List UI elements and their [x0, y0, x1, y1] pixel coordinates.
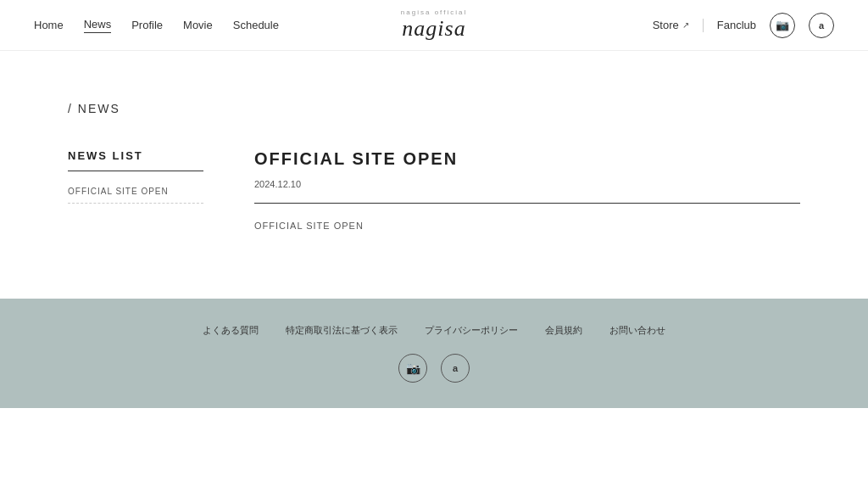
sidebar-title: NEWS LIST: [68, 149, 203, 171]
nav-left: Home News Profile Movie Schedule: [34, 18, 279, 33]
external-link-icon: ↗: [682, 20, 689, 30]
amazon-icon-footer[interactable]: a: [441, 354, 470, 383]
footer-icons: 📷 a: [34, 354, 834, 383]
article: OFFICIAL SITE OPEN 2024.12.10 OFFICIAL S…: [254, 149, 800, 231]
section-title: / NEWS: [68, 102, 800, 115]
nav-movie[interactable]: Movie: [183, 19, 213, 31]
footer-link-terms[interactable]: 会員規約: [545, 324, 582, 337]
nav-home[interactable]: Home: [34, 19, 64, 31]
nav-right: Store ↗ Fanclub 📷 a: [653, 13, 834, 38]
footer-link-faq[interactable]: よくある質問: [203, 324, 259, 337]
footer-link-legal[interactable]: 特定商取引法に基づく表示: [286, 324, 398, 337]
logo-small: nagisa official: [401, 8, 467, 16]
article-title: OFFICIAL SITE OPEN: [254, 149, 800, 169]
nav-schedule[interactable]: Schedule: [233, 19, 279, 31]
section-heading: / NEWS: [0, 102, 868, 115]
footer-links: よくある質問 特定商取引法に基づく表示 プライバシーポリシー 会員規約 お問い合…: [34, 324, 834, 337]
logo: nagisa official nagisa: [401, 8, 467, 42]
main-content: / NEWS NEWS LIST OFFICIAL SITE OPEN OFFI…: [0, 51, 868, 299]
footer-link-privacy[interactable]: プライバシーポリシー: [425, 324, 518, 337]
content-area: NEWS LIST OFFICIAL SITE OPEN OFFICIAL SI…: [0, 149, 868, 231]
nav-store[interactable]: Store ↗: [653, 19, 689, 31]
footer: よくある質問 特定商取引法に基づく表示 プライバシーポリシー 会員規約 お問い合…: [0, 299, 868, 408]
amazon-icon-header[interactable]: a: [809, 13, 834, 38]
nav-news[interactable]: News: [84, 18, 112, 33]
sidebar-item-news-1[interactable]: OFFICIAL SITE OPEN: [68, 180, 203, 204]
nav-fanclub[interactable]: Fanclub: [717, 19, 756, 31]
nav-profile[interactable]: Profile: [131, 19, 163, 31]
header: Home News Profile Movie Schedule nagisa …: [0, 0, 868, 51]
instagram-icon-footer[interactable]: 📷: [398, 354, 427, 383]
instagram-icon-header[interactable]: 📷: [770, 13, 795, 38]
nav-divider: [703, 19, 704, 32]
logo-main: nagisa: [402, 16, 465, 41]
sidebar: NEWS LIST OFFICIAL SITE OPEN: [68, 149, 203, 231]
article-body: OFFICIAL SITE OPEN: [254, 221, 800, 231]
article-date: 2024.12.10: [254, 179, 800, 189]
footer-link-contact[interactable]: お問い合わせ: [609, 324, 665, 337]
article-divider: [254, 203, 800, 204]
